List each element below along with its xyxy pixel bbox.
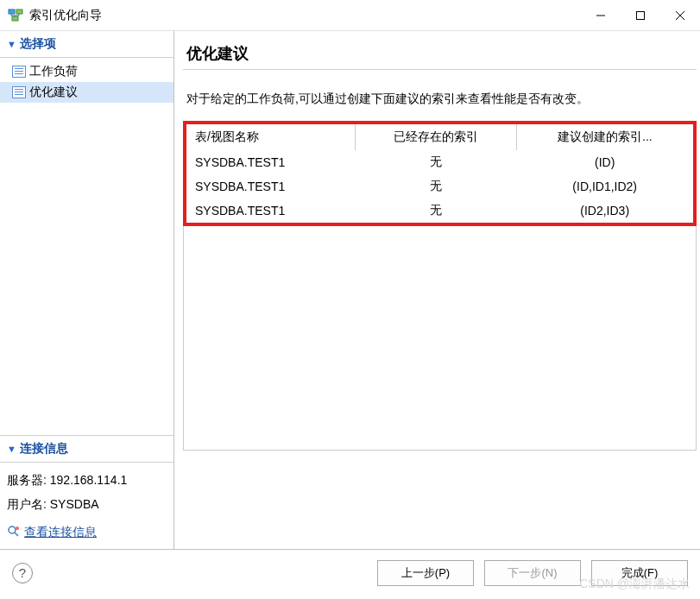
nav-item-suggestion[interactable]: 优化建议 — [0, 82, 173, 103]
window-title: 索引优化向导 — [29, 8, 581, 23]
cell-name: SYSDBA.TEST1 — [186, 199, 355, 223]
finish-button[interactable]: 完成(F) — [591, 560, 688, 586]
svg-point-11 — [9, 526, 16, 533]
description-text: 对于给定的工作负荷,可以通过创建下面建议的索引来查看性能是否有改变。 — [183, 87, 697, 110]
cell-name: SYSDBA.TEST1 — [186, 174, 355, 199]
app-icon — [7, 7, 24, 24]
table-header-row: 表/视图名称 已经存在的索引 建议创建的索引... — [186, 124, 693, 150]
table-row[interactable]: SYSDBA.TEST1 无 (ID,ID1,ID2) — [186, 174, 693, 199]
document-icon — [12, 66, 26, 78]
cell-existing: 无 — [355, 174, 516, 199]
cell-existing: 无 — [355, 150, 516, 174]
user-row: 用户名: SYSDBA — [7, 492, 167, 516]
svg-rect-0 — [9, 9, 15, 14]
collapse-icon: ▼ — [7, 39, 16, 49]
select-panel-title: 选择项 — [20, 36, 56, 52]
titlebar: 索引优化向导 — [0, 0, 700, 31]
connection-panel-header[interactable]: ▼ 连接信息 — [0, 436, 173, 463]
svg-rect-8 — [637, 11, 645, 19]
user-value: SYSDBA — [50, 497, 99, 511]
close-button[interactable] — [660, 0, 700, 30]
suggestion-table: 表/视图名称 已经存在的索引 建议创建的索引... SYSDBA.TEST1 无… — [186, 124, 693, 223]
view-connection-row: 查看连接信息 — [7, 520, 167, 544]
window-controls — [581, 0, 700, 30]
document-icon — [12, 86, 26, 98]
svg-point-13 — [16, 526, 19, 530]
nav-item-label: 优化建议 — [29, 85, 78, 100]
cell-suggested: (ID,ID1,ID2) — [516, 174, 693, 199]
col-suggested-index[interactable]: 建议创建的索引... — [516, 124, 693, 150]
table-row[interactable]: SYSDBA.TEST1 无 (ID2,ID3) — [186, 199, 693, 223]
sidebar: ▼ 选择项 工作负荷 优化建议 ▼ 连接信息 服务器: 192.168.114.… — [0, 31, 174, 549]
maximize-button[interactable] — [621, 0, 660, 30]
next-button: 下一步(N) — [484, 560, 581, 586]
cell-suggested: (ID2,ID3) — [516, 199, 693, 223]
suggestion-table-highlight: 表/视图名称 已经存在的索引 建议创建的索引... SYSDBA.TEST1 无… — [183, 121, 697, 226]
back-button[interactable]: 上一步(P) — [377, 560, 474, 586]
server-value: 192.168.114.1 — [50, 473, 128, 487]
page-title: 优化建议 — [183, 43, 697, 64]
divider — [183, 69, 697, 70]
col-table-name[interactable]: 表/视图名称 — [186, 124, 355, 150]
minimize-button[interactable] — [581, 0, 621, 30]
nav-item-workload[interactable]: 工作负荷 — [0, 61, 173, 82]
nav-item-label: 工作负荷 — [29, 64, 78, 79]
table-empty-area — [183, 226, 697, 451]
nav-list: 工作负荷 优化建议 — [0, 58, 173, 106]
main-content: 优化建议 对于给定的工作负荷,可以通过创建下面建议的索引来查看性能是否有改变。 … — [174, 31, 700, 549]
svg-line-12 — [15, 533, 18, 536]
col-existing-index[interactable]: 已经存在的索引 — [355, 124, 516, 150]
footer: ? 上一步(P) 下一步(N) 完成(F) — [0, 549, 700, 596]
view-connection-link[interactable]: 查看连接信息 — [24, 520, 97, 544]
cell-name: SYSDBA.TEST1 — [186, 150, 355, 174]
server-label: 服务器: — [7, 473, 47, 487]
table-row[interactable]: SYSDBA.TEST1 无 (ID) — [186, 150, 693, 174]
help-button[interactable]: ? — [12, 563, 33, 583]
user-label: 用户名: — [7, 497, 47, 511]
collapse-icon: ▼ — [7, 444, 16, 454]
select-panel-header[interactable]: ▼ 选择项 — [0, 31, 173, 58]
cell-existing: 无 — [355, 199, 516, 223]
server-row: 服务器: 192.168.114.1 — [7, 468, 167, 492]
connection-panel-title: 连接信息 — [20, 441, 68, 457]
svg-rect-2 — [12, 16, 18, 21]
svg-rect-1 — [16, 9, 22, 14]
link-icon — [7, 525, 21, 539]
connection-panel: ▼ 连接信息 服务器: 192.168.114.1 用户名: SYSDBA — [0, 435, 173, 549]
cell-suggested: (ID) — [516, 150, 693, 174]
